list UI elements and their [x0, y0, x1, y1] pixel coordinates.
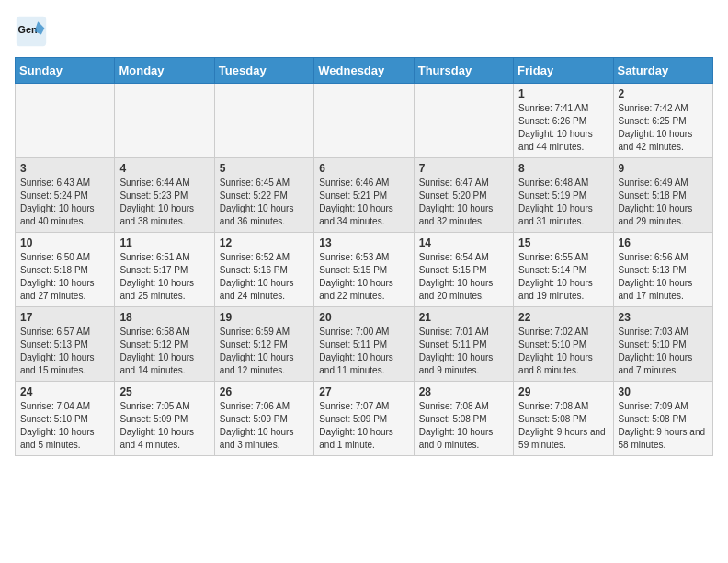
calendar-cell	[414, 84, 513, 158]
day-number: 29	[518, 385, 608, 398]
day-info: Sunrise: 6:55 AMSunset: 5:14 PMDaylight:…	[518, 251, 608, 303]
weekday-header-sunday: Sunday	[16, 58, 115, 84]
day-number: 15	[518, 236, 608, 249]
day-info: Sunrise: 6:43 AMSunset: 5:24 PMDaylight:…	[20, 177, 109, 228]
calendar-cell: 12Sunrise: 6:52 AMSunset: 5:16 PMDayligh…	[214, 233, 313, 307]
calendar-cell: 30Sunrise: 7:09 AMSunset: 5:08 PMDayligh…	[613, 382, 712, 456]
day-info: Sunrise: 7:03 AMSunset: 5:10 PMDaylight:…	[619, 326, 708, 377]
day-number: 10	[20, 236, 109, 249]
day-number: 21	[419, 311, 508, 324]
day-info: Sunrise: 7:42 AMSunset: 6:25 PMDaylight:…	[619, 102, 708, 154]
day-info: Sunrise: 7:08 AMSunset: 5:08 PMDaylight:…	[419, 400, 508, 452]
calendar-cell: 14Sunrise: 6:54 AMSunset: 5:15 PMDayligh…	[414, 233, 513, 307]
day-info: Sunrise: 6:50 AMSunset: 5:18 PMDaylight:…	[20, 251, 109, 303]
day-number: 16	[619, 236, 708, 249]
day-number: 13	[319, 236, 408, 249]
day-info: Sunrise: 6:48 AMSunset: 5:19 PMDaylight:…	[518, 177, 608, 228]
day-info: Sunrise: 7:09 AMSunset: 5:08 PMDaylight:…	[619, 400, 708, 452]
day-number: 6	[319, 162, 408, 175]
day-number: 23	[619, 311, 708, 324]
day-info: Sunrise: 7:41 AMSunset: 6:26 PMDaylight:…	[518, 102, 608, 154]
calendar-week-row: 24Sunrise: 7:04 AMSunset: 5:10 PMDayligh…	[16, 382, 713, 456]
calendar-cell: 17Sunrise: 6:57 AMSunset: 5:13 PMDayligh…	[16, 307, 115, 382]
calendar-cell: 22Sunrise: 7:02 AMSunset: 5:10 PMDayligh…	[514, 307, 613, 382]
calendar-cell: 8Sunrise: 6:48 AMSunset: 5:19 PMDaylight…	[514, 158, 613, 233]
calendar-cell	[214, 84, 313, 158]
weekday-header-thursday: Thursday	[414, 58, 513, 84]
day-info: Sunrise: 6:57 AMSunset: 5:13 PMDaylight:…	[20, 326, 109, 377]
logo: Gen	[15, 15, 53, 48]
day-info: Sunrise: 6:46 AMSunset: 5:21 PMDaylight:…	[319, 177, 408, 228]
calendar-cell: 15Sunrise: 6:55 AMSunset: 5:14 PMDayligh…	[514, 233, 613, 307]
calendar-cell: 13Sunrise: 6:53 AMSunset: 5:15 PMDayligh…	[314, 233, 414, 307]
calendar-cell	[314, 84, 414, 158]
day-number: 30	[619, 385, 708, 398]
calendar-cell: 28Sunrise: 7:08 AMSunset: 5:08 PMDayligh…	[414, 382, 513, 456]
day-info: Sunrise: 7:05 AMSunset: 5:09 PMDaylight:…	[119, 400, 209, 452]
day-info: Sunrise: 6:54 AMSunset: 5:15 PMDaylight:…	[419, 251, 508, 303]
calendar-cell: 20Sunrise: 7:00 AMSunset: 5:11 PMDayligh…	[314, 307, 414, 382]
svg-text:Gen: Gen	[18, 24, 38, 35]
calendar-week-row: 17Sunrise: 6:57 AMSunset: 5:13 PMDayligh…	[16, 307, 713, 382]
day-info: Sunrise: 6:52 AMSunset: 5:16 PMDaylight:…	[220, 251, 309, 303]
weekday-header-monday: Monday	[115, 58, 214, 84]
day-number: 14	[419, 236, 508, 249]
calendar-cell	[115, 84, 214, 158]
day-info: Sunrise: 7:04 AMSunset: 5:10 PMDaylight:…	[20, 400, 109, 452]
day-number: 18	[119, 311, 209, 324]
day-info: Sunrise: 6:44 AMSunset: 5:23 PMDaylight:…	[119, 177, 209, 228]
weekday-header-friday: Friday	[514, 58, 613, 84]
day-info: Sunrise: 6:53 AMSunset: 5:15 PMDaylight:…	[319, 251, 408, 303]
calendar-cell: 1Sunrise: 7:41 AMSunset: 6:26 PMDaylight…	[514, 84, 613, 158]
calendar-cell: 29Sunrise: 7:08 AMSunset: 5:08 PMDayligh…	[514, 382, 613, 456]
calendar-cell: 23Sunrise: 7:03 AMSunset: 5:10 PMDayligh…	[613, 307, 712, 382]
day-info: Sunrise: 7:02 AMSunset: 5:10 PMDaylight:…	[518, 326, 608, 377]
calendar-cell: 18Sunrise: 6:58 AMSunset: 5:12 PMDayligh…	[115, 307, 214, 382]
day-number: 1	[518, 87, 608, 100]
day-number: 7	[419, 162, 508, 175]
day-info: Sunrise: 6:45 AMSunset: 5:22 PMDaylight:…	[220, 177, 309, 228]
calendar-cell: 5Sunrise: 6:45 AMSunset: 5:22 PMDaylight…	[214, 158, 313, 233]
calendar-cell	[16, 84, 115, 158]
calendar-cell: 19Sunrise: 6:59 AMSunset: 5:12 PMDayligh…	[214, 307, 313, 382]
day-info: Sunrise: 6:59 AMSunset: 5:12 PMDaylight:…	[220, 326, 309, 377]
header: Gen	[15, 15, 713, 48]
calendar-cell: 16Sunrise: 6:56 AMSunset: 5:13 PMDayligh…	[613, 233, 712, 307]
calendar-cell: 10Sunrise: 6:50 AMSunset: 5:18 PMDayligh…	[16, 233, 115, 307]
calendar-cell: 11Sunrise: 6:51 AMSunset: 5:17 PMDayligh…	[115, 233, 214, 307]
day-number: 9	[619, 162, 708, 175]
day-info: Sunrise: 6:56 AMSunset: 5:13 PMDaylight:…	[619, 251, 708, 303]
day-number: 24	[20, 385, 109, 398]
day-info: Sunrise: 7:07 AMSunset: 5:09 PMDaylight:…	[319, 400, 408, 452]
day-info: Sunrise: 6:51 AMSunset: 5:17 PMDaylight:…	[119, 251, 209, 303]
logo-icon: Gen	[15, 15, 48, 48]
calendar-cell: 26Sunrise: 7:06 AMSunset: 5:09 PMDayligh…	[214, 382, 313, 456]
day-info: Sunrise: 7:00 AMSunset: 5:11 PMDaylight:…	[319, 326, 408, 377]
calendar-cell: 7Sunrise: 6:47 AMSunset: 5:20 PMDaylight…	[414, 158, 513, 233]
day-number: 12	[220, 236, 309, 249]
day-number: 4	[119, 162, 209, 175]
day-info: Sunrise: 7:08 AMSunset: 5:08 PMDaylight:…	[518, 400, 608, 452]
calendar-cell: 27Sunrise: 7:07 AMSunset: 5:09 PMDayligh…	[314, 382, 414, 456]
day-number: 25	[119, 385, 209, 398]
day-info: Sunrise: 7:06 AMSunset: 5:09 PMDaylight:…	[220, 400, 309, 452]
weekday-header-wednesday: Wednesday	[314, 58, 414, 84]
day-number: 19	[220, 311, 309, 324]
calendar-cell: 4Sunrise: 6:44 AMSunset: 5:23 PMDaylight…	[115, 158, 214, 233]
day-number: 5	[220, 162, 309, 175]
day-number: 8	[518, 162, 608, 175]
day-number: 17	[20, 311, 109, 324]
weekday-header-tuesday: Tuesday	[214, 58, 313, 84]
day-number: 26	[220, 385, 309, 398]
calendar-cell: 6Sunrise: 6:46 AMSunset: 5:21 PMDaylight…	[314, 158, 414, 233]
day-info: Sunrise: 6:58 AMSunset: 5:12 PMDaylight:…	[119, 326, 209, 377]
calendar-cell: 21Sunrise: 7:01 AMSunset: 5:11 PMDayligh…	[414, 307, 513, 382]
day-info: Sunrise: 6:47 AMSunset: 5:20 PMDaylight:…	[419, 177, 508, 228]
day-number: 20	[319, 311, 408, 324]
day-number: 11	[119, 236, 209, 249]
calendar-cell: 2Sunrise: 7:42 AMSunset: 6:25 PMDaylight…	[613, 84, 712, 158]
calendar-cell: 3Sunrise: 6:43 AMSunset: 5:24 PMDaylight…	[16, 158, 115, 233]
calendar-cell: 24Sunrise: 7:04 AMSunset: 5:10 PMDayligh…	[16, 382, 115, 456]
day-info: Sunrise: 6:49 AMSunset: 5:18 PMDaylight:…	[619, 177, 708, 228]
weekday-header-saturday: Saturday	[613, 58, 712, 84]
